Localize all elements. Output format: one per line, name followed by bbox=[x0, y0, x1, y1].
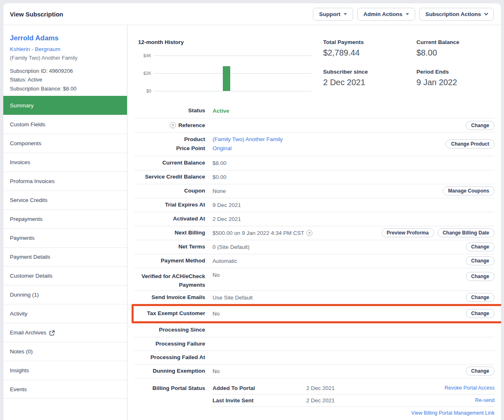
subscription-actions-button[interactable]: Subscription Actions bbox=[419, 8, 494, 21]
sidebar-item-prepayments[interactable]: Prepayments bbox=[3, 209, 127, 228]
dunning-exemption-value: No bbox=[213, 368, 220, 374]
added-to-portal-subrow: Added To Portal 2 Dec 2021 Revoke Portal… bbox=[213, 382, 495, 394]
sidebar-item-label: Insights bbox=[10, 367, 29, 374]
tax-exempt-row: Tax Exempt Customer No Change bbox=[134, 306, 495, 321]
chart-title: 12-month History bbox=[138, 39, 323, 45]
resend-link[interactable]: Re-send bbox=[475, 397, 495, 403]
subscription-id-text: Subscription ID: 49609206 bbox=[10, 67, 120, 75]
change-product-button[interactable]: Change Product bbox=[446, 139, 495, 149]
activated-at-value: 2 Dec 2021 bbox=[213, 216, 241, 222]
ach-verified-row: Verified for ACH/eCheck Payments No Chan… bbox=[134, 268, 495, 290]
stat-current-balance: Current Balance $8.00 bbox=[416, 39, 495, 58]
ach-verified-value: No bbox=[213, 272, 220, 278]
reference-row: ? Reference Change bbox=[134, 118, 495, 132]
product-link[interactable]: (Family Two) Another Family bbox=[213, 136, 283, 142]
view-subscription-card: View Subscription Support Admin Actions … bbox=[3, 3, 501, 420]
stat-period-ends: Period Ends 9 Jan 2022 bbox=[416, 69, 495, 87]
dunning-exemption-change-button[interactable]: Change bbox=[466, 367, 495, 376]
stat-total-payments: Total Payments $2,789.44 bbox=[323, 39, 416, 58]
revoke-portal-access-link[interactable]: Revoke Portal Access bbox=[444, 385, 495, 391]
send-invoice-emails-row: Send Invoice Emails Use Site Default Cha… bbox=[134, 290, 495, 304]
ach-verified-change-button[interactable]: Change bbox=[466, 272, 495, 281]
status-value: Active bbox=[213, 108, 229, 114]
processing-failure-row: Processing Failure bbox=[134, 337, 495, 350]
y-tick-0: $0 bbox=[138, 88, 151, 93]
sidebar-item-dunning[interactable]: Dunning (1) bbox=[3, 285, 127, 304]
sidebar-item-label: Service Credits bbox=[10, 197, 48, 203]
reference-change-button[interactable]: Change bbox=[466, 121, 495, 130]
trial-expires-value: 9 Dec 2021 bbox=[213, 202, 241, 208]
stat-label: Period Ends bbox=[416, 69, 495, 75]
sidebar-item-custom-fields[interactable]: Custom Fields bbox=[3, 115, 127, 134]
stat-value: $8.00 bbox=[416, 48, 495, 58]
page-header: View Subscription Support Admin Actions … bbox=[3, 3, 501, 25]
price-point-link[interactable]: Original bbox=[213, 145, 232, 151]
y-tick-4k: $4K bbox=[138, 53, 151, 58]
sidebar-item-label: Summary bbox=[10, 102, 34, 109]
row-label: Activated At bbox=[134, 214, 205, 223]
row-label: Dunning Exemption bbox=[134, 367, 205, 376]
stat-value: $2,789.44 bbox=[323, 48, 416, 58]
stat-label: Subscriber since bbox=[323, 69, 416, 75]
tax-exempt-highlight-box: Tax Exempt Customer No Change bbox=[132, 304, 501, 323]
sidebar-item-payment-details[interactable]: Payment Details bbox=[3, 247, 127, 266]
sidebar-item-components[interactable]: Components bbox=[3, 134, 127, 153]
sidebar-item-activity[interactable]: Activity bbox=[3, 304, 127, 323]
status-row: Status Active bbox=[134, 103, 495, 118]
support-button[interactable]: Support bbox=[313, 8, 353, 21]
net-terms-change-button[interactable]: Change bbox=[466, 242, 495, 251]
sidebar-item-email-archives[interactable]: Email Archives bbox=[3, 323, 127, 342]
sidebar-item-summary[interactable]: Summary bbox=[3, 96, 127, 115]
sidebar-item-proforma-invoices[interactable]: Proforma Invoices bbox=[3, 172, 127, 190]
overview-section: 12-month History $4K $2K $0 Total Paymen… bbox=[127, 25, 501, 103]
sidebar-item-insights[interactable]: Insights bbox=[3, 361, 127, 380]
row-label: Processing Failed At bbox=[134, 353, 205, 362]
customer-product-name: (Family Two) Another Family bbox=[10, 55, 120, 61]
sidebar-item-service-credits[interactable]: Service Credits bbox=[3, 190, 127, 209]
row-label: Net Terms bbox=[134, 242, 205, 251]
subscription-balance-text: Subscription Balance: $8.00 bbox=[10, 84, 120, 93]
change-billing-date-button[interactable]: Change Billing Date bbox=[437, 228, 495, 237]
send-invoice-emails-change-button[interactable]: Change bbox=[466, 293, 495, 302]
payment-method-change-button[interactable]: Change bbox=[466, 256, 495, 265]
current-balance-value: $8.00 bbox=[213, 160, 227, 166]
row-label: Next Billing bbox=[134, 228, 205, 237]
trial-expires-row: Trial Expires At 9 Dec 2021 bbox=[134, 198, 495, 212]
manage-coupons-button[interactable]: Manage Coupons bbox=[443, 186, 495, 195]
row-label: Billing Portal Status bbox=[134, 382, 205, 393]
admin-actions-button[interactable]: Admin Actions bbox=[357, 8, 415, 21]
processing-failed-at-row: Processing Failed At bbox=[134, 350, 495, 364]
customer-name-link[interactable]: Jerrold Adams bbox=[10, 34, 120, 42]
row-label-product: Product bbox=[134, 135, 205, 144]
sidebar-item-label: Components bbox=[10, 140, 42, 146]
sidebar-item-notes[interactable]: Notes (0) bbox=[3, 342, 127, 361]
payment-method-value: Automatic bbox=[213, 258, 237, 264]
row-label: Processing Since bbox=[134, 325, 205, 334]
stat-value: 9 Jan 2022 bbox=[416, 78, 495, 87]
view-billing-portal-management-link[interactable]: View Billing Portal Management Link bbox=[411, 410, 495, 416]
customer-company-link[interactable]: Kshlerin - Bergnaum bbox=[10, 46, 120, 52]
sidebar-item-label: Payments bbox=[10, 235, 35, 241]
product-row: Product Price Point (Family Two) Another… bbox=[134, 132, 495, 156]
next-billing-value: $500.00 on 9 Jan 2022 4:34 PM CST bbox=[213, 230, 304, 236]
last-invite-sent-subrow: Last Invite Sent 2 Dec 2021 Re-send bbox=[213, 394, 495, 407]
net-terms-row: Net Terms 0 (Site Default) Change bbox=[134, 240, 495, 254]
sidebar-item-customer-details[interactable]: Customer Details bbox=[3, 266, 127, 285]
page-title: View Subscription bbox=[10, 11, 63, 18]
tax-exempt-change-button[interactable]: Change bbox=[466, 309, 495, 318]
row-label: Service Credit Balance bbox=[134, 172, 205, 181]
sidebar-item-label: Dunning (1) bbox=[10, 292, 39, 298]
stat-subscriber-since: Subscriber since 2 Dec 2021 bbox=[323, 69, 416, 87]
sidebar-item-invoices[interactable]: Invoices bbox=[3, 153, 127, 172]
preview-proforma-button[interactable]: Preview Proforma bbox=[381, 228, 434, 237]
sidebar-item-label: Events bbox=[10, 386, 27, 392]
row-label: Trial Expires At bbox=[134, 200, 205, 209]
twelve-month-history-chart: 12-month History $4K $2K $0 bbox=[138, 39, 323, 103]
sidebar-item-payments[interactable]: Payments bbox=[3, 228, 127, 247]
sidebar-item-label: Notes (0) bbox=[10, 348, 33, 355]
subrow-label: Last Invite Sent bbox=[213, 397, 306, 404]
sidebar-item-events[interactable]: Events bbox=[3, 380, 127, 399]
sidebar-item-label: Payment Details bbox=[10, 254, 50, 260]
y-tick-2k: $2K bbox=[138, 71, 151, 76]
send-invoice-emails-value: Use Site Default bbox=[213, 295, 253, 301]
